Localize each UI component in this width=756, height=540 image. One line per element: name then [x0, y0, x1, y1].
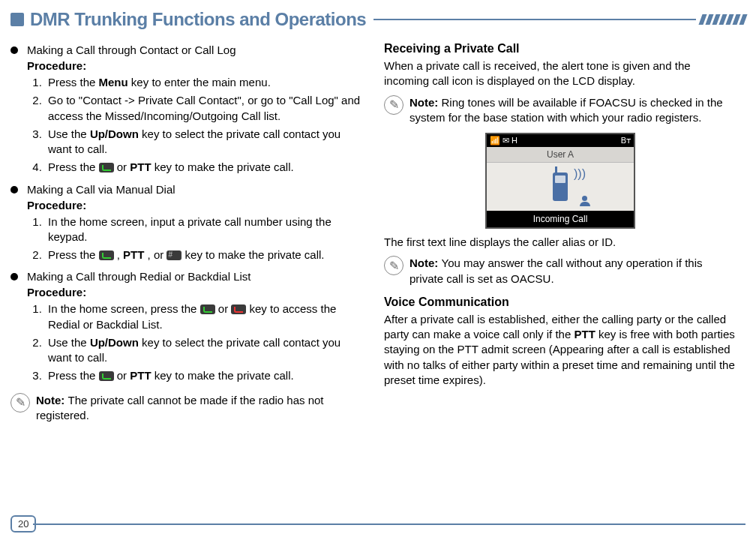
procedure-label: Procedure:: [27, 286, 363, 298]
right-column: Receiving a Private Call When a private …: [384, 39, 736, 423]
bullet-icon: [10, 46, 18, 54]
note-label: Note:: [410, 256, 442, 269]
note-text: The private call cannot be made if the r…: [36, 394, 324, 422]
bullet-title: Making a Call via Manual Dial: [27, 183, 363, 196]
call-key-icon: [99, 371, 114, 381]
step: Press the or PTT key to make the private…: [45, 160, 363, 175]
procedure-label: Procedure:: [27, 59, 363, 72]
step: In the home screen, input a private call…: [45, 214, 363, 245]
subhead-voice: Voice Communication: [384, 296, 736, 309]
signal-waves-icon: ))): [574, 170, 586, 178]
note-not-registered: ✎ Note: The private call cannot be made …: [10, 393, 363, 424]
lcd-status-right: Bᴛ: [621, 136, 631, 146]
hash-key-icon: [166, 250, 182, 260]
step: In the home screen, press the or key to …: [45, 302, 363, 332]
header-stripes: [700, 14, 746, 25]
procedure-list: In the home screen, press the or key to …: [45, 302, 363, 383]
step: Press the or PTT key to make the private…: [45, 368, 363, 383]
call-key-icon: [99, 250, 114, 260]
bullet-icon: [10, 273, 18, 280]
bullet-title: Making a Call through Redial or Backdial…: [27, 270, 363, 283]
radio-icon: [553, 172, 568, 201]
person-icon: [580, 196, 590, 206]
lcd-status-bar: 📶 ✉ H Bᴛ: [487, 134, 634, 147]
footer-rule: [33, 524, 746, 525]
bullet-redial-backdial: Making a Call through Redial or Backdial…: [10, 270, 363, 386]
header-marker: [10, 13, 24, 26]
note-foacsu: ✎ Note: Ring tones will be available if …: [384, 95, 736, 126]
note-label: Note:: [410, 96, 442, 109]
paragraph: When a private call is received, the ale…: [384, 58, 736, 89]
step: Press the Menu key to enter the main men…: [45, 75, 363, 90]
note-icon: ✎: [10, 393, 30, 412]
paragraph: The first text line displays the caller …: [384, 235, 736, 250]
header-rule: [374, 19, 696, 20]
step: Use the Up/Down key to select the privat…: [45, 127, 363, 158]
subhead-receiving: Receiving a Private Call: [384, 42, 736, 56]
note-text: You may answer the call without any oper…: [410, 256, 702, 284]
end-key-icon: [231, 304, 246, 314]
note-label: Note:: [36, 394, 68, 406]
note-icon: ✎: [384, 256, 404, 275]
left-column: Making a Call through Contact or Call Lo…: [10, 39, 363, 423]
page-footer: 20: [10, 515, 746, 532]
procedure-label: Procedure:: [27, 199, 363, 212]
note-oacsu: ✎ Note: You may answer the call without …: [384, 256, 736, 286]
page-header: DMR Trunking Functions and Operations: [10, 9, 746, 30]
step: Use the Up/Down key to select the privat…: [45, 335, 363, 366]
procedure-list: Press the Menu key to enter the main men…: [45, 75, 363, 176]
bullet-icon: [10, 186, 18, 194]
bullet-manual-dial: Making a Call via Manual Dial Procedure:…: [10, 183, 363, 266]
page-number: 20: [10, 515, 36, 532]
bullet-title: Making a Call through Contact or Call Lo…: [27, 44, 363, 56]
lcd-status-left: 📶 ✉ H: [490, 136, 518, 146]
call-key-icon: [99, 163, 114, 172]
step: Go to "Contact -> Private Call Contact",…: [45, 93, 363, 124]
paragraph: After a private call is established, eit…: [384, 312, 736, 388]
call-key-icon: [200, 304, 215, 314]
procedure-list: In the home screen, input a private call…: [45, 214, 363, 263]
note-icon: ✎: [384, 95, 404, 115]
lcd-graphic: ))): [487, 163, 634, 211]
lcd-user-row: User A: [487, 147, 634, 163]
bullet-contact-calllog: Making a Call through Contact or Call Lo…: [10, 44, 363, 178]
step: Press the , PTT , or key to make the pri…: [45, 248, 363, 262]
header-title: DMR Trunking Functions and Operations: [30, 9, 366, 30]
lcd-footer: Incoming Call: [487, 211, 634, 227]
lcd-illustration: 📶 ✉ H Bᴛ User A ))) Incoming Call: [384, 133, 736, 229]
note-text: Ring tones will be available if FOACSU i…: [410, 96, 723, 124]
